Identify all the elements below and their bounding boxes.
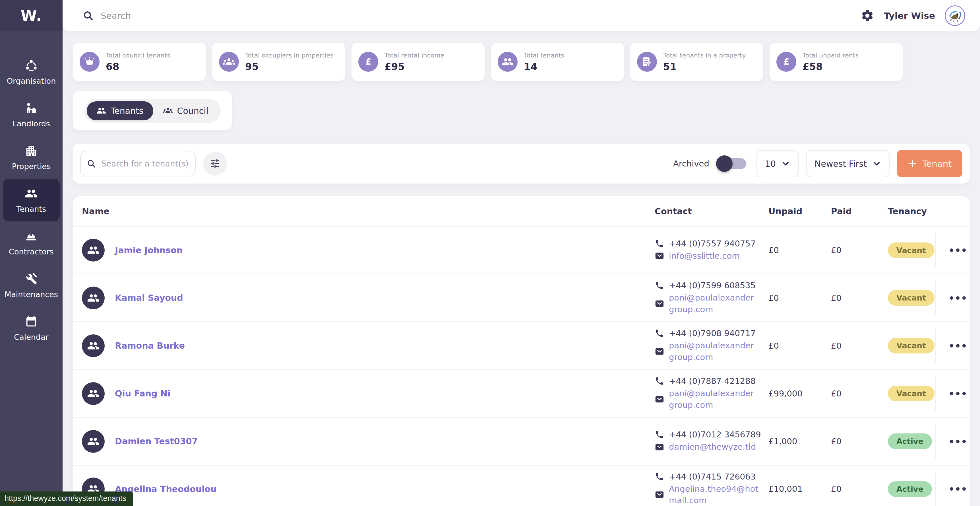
tenant-unpaid: £99,000 <box>768 389 831 398</box>
tenancy-badge: Vacant <box>888 386 934 401</box>
row-menu-button[interactable] <box>947 341 969 350</box>
column-header-unpaid: Unpaid <box>768 206 831 216</box>
filter-icon[interactable] <box>203 152 227 176</box>
tenant-name-link[interactable]: Ramona Burke <box>115 341 185 351</box>
search-icon <box>86 159 96 169</box>
stat-label: Total occupiers in properties <box>245 51 333 60</box>
tenant-email-link[interactable]: pani@paulalexandergroup.com <box>669 340 759 363</box>
tenant-phone: +44 (0)7908 940717 <box>669 329 756 338</box>
tenant-email-link[interactable]: damien@thewyze.tld <box>669 441 756 453</box>
tenant-email-link[interactable]: info@sslittle.com <box>669 250 740 262</box>
sidebar-item-contractors[interactable]: Contractors <box>3 222 60 264</box>
row-divider <box>935 329 935 363</box>
row-divider <box>935 281 935 315</box>
chevron-down-icon <box>872 160 881 168</box>
tenant-avatar-icon <box>82 334 105 357</box>
email-icon <box>655 346 664 356</box>
sidebar-item-landlords[interactable]: Landlords <box>3 93 60 136</box>
people-icon <box>498 52 518 72</box>
main-area: Tyler Wise Total council tenants 68 Tota… <box>62 0 980 506</box>
stat-label: Total unpaid rents <box>803 51 859 60</box>
sidebar-item-properties[interactable]: Properties <box>3 136 60 179</box>
tab-tenants[interactable]: Tenants <box>87 101 153 120</box>
people-group-icon <box>163 106 173 115</box>
sidebar: W. Organisation Landlords Properties Ten… <box>0 0 62 506</box>
tabs-card: Tenants Council <box>73 91 232 130</box>
user-name: Tyler Wise <box>884 11 935 21</box>
sidebar-item-tenants[interactable]: Tenants <box>3 179 60 222</box>
phone-icon <box>655 472 664 482</box>
tenant-email-link[interactable]: Angelina.theo94@hotmail.com <box>669 483 759 506</box>
pound-icon: £ <box>358 52 378 72</box>
column-header-paid: Paid <box>831 206 888 216</box>
tenancy-badge: Vacant <box>888 243 934 258</box>
tenant-avatar-icon <box>82 239 105 262</box>
phone-icon <box>655 376 664 386</box>
row-menu-button[interactable] <box>947 389 969 398</box>
settings-gear-icon[interactable] <box>861 9 874 22</box>
sidebar-item-calendar[interactable]: Calendar <box>3 307 60 350</box>
column-header-name: Name <box>82 206 655 216</box>
tenant-unpaid: £10,001 <box>768 484 831 494</box>
sidebar-item-maintenances[interactable]: Maintenances <box>3 264 60 307</box>
tenant-phone: +44 (0)7012 3456789 <box>669 430 761 439</box>
user-avatar[interactable] <box>945 5 965 26</box>
tenant-name-link[interactable]: Damien Test0307 <box>115 436 198 446</box>
sidebar-item-label: Calendar <box>14 333 48 342</box>
topbar: Tyler Wise <box>62 0 980 31</box>
stat-value: 68 <box>106 61 170 72</box>
sidebar-item-label: Organisation <box>7 77 56 85</box>
sort-select[interactable]: Newest First <box>806 150 889 177</box>
page-size-value: 10 <box>765 159 776 169</box>
stat-card: Total occupiers in properties 95 <box>212 43 345 81</box>
archived-label: Archived <box>673 159 709 169</box>
add-tenant-label: Tenant <box>922 158 951 169</box>
column-header-tenancy: Tenancy <box>888 206 935 216</box>
status-bar-url: https://thewyze.com/system/tenants <box>5 494 126 503</box>
row-menu-button[interactable] <box>947 484 969 493</box>
stat-value: 14 <box>524 61 564 72</box>
row-menu-button[interactable] <box>947 246 969 255</box>
tenant-name-link[interactable]: Qiu Fang Ni <box>115 388 170 398</box>
email-icon <box>655 394 664 404</box>
tenant-paid: £0 <box>831 245 888 255</box>
email-icon <box>655 299 664 308</box>
email-icon <box>655 490 664 500</box>
tenant-unpaid: £1,000 <box>768 437 831 446</box>
sidebar-item-label: Properties <box>12 162 51 171</box>
global-search-input[interactable] <box>101 11 356 21</box>
sidebar-item-label: Tenants <box>16 204 46 214</box>
stat-label: Total rental income <box>385 51 444 60</box>
page-size-select[interactable]: 10 <box>756 150 799 177</box>
sidebar-nav: Organisation Landlords Properties Tenant… <box>0 31 62 350</box>
app-logo-text: W. <box>21 7 42 24</box>
tab-council[interactable]: Council <box>153 101 218 120</box>
pound-icon: £ <box>776 52 796 72</box>
tenants-icon <box>25 187 38 200</box>
row-menu-button[interactable] <box>947 437 969 446</box>
phone-icon <box>655 430 664 439</box>
tenant-phone: +44 (0)7887 421288 <box>669 376 756 386</box>
toggle-knob <box>716 155 733 172</box>
sidebar-item-organisation[interactable]: Organisation <box>3 51 60 93</box>
email-icon <box>655 251 664 261</box>
tenant-name-link[interactable]: Jamie Johnson <box>115 245 183 255</box>
tenant-avatar-icon <box>82 287 105 309</box>
tenant-phone: +44 (0)7415 726063 <box>669 472 756 482</box>
chevron-down-icon <box>781 160 790 168</box>
tenant-search-input[interactable] <box>101 159 189 169</box>
tenancy-badge: Active <box>888 433 932 449</box>
tenant-search <box>80 151 196 176</box>
tenant-email-link[interactable]: pani@paulalexandergroup.com <box>669 388 759 411</box>
tenant-phone: +44 (0)7557 940757 <box>669 239 756 249</box>
tenant-email-link[interactable]: pani@paulalexandergroup.com <box>669 292 759 315</box>
archived-toggle[interactable] <box>718 158 746 169</box>
tenant-name-link[interactable]: Kamal Sayoud <box>115 293 183 303</box>
row-menu-button[interactable] <box>947 294 969 303</box>
table-row: Qiu Fang Ni +44 (0)7887 421288 pani@paul… <box>73 369 970 417</box>
add-tenant-button[interactable]: Tenant <box>897 150 963 177</box>
table-row: Kamal Sayoud +44 (0)7599 608535 pani@pau… <box>73 273 970 321</box>
tenants-table: Name Contact Unpaid Paid Tenancy Jamie J… <box>73 196 970 506</box>
app-logo[interactable]: W. <box>0 0 62 31</box>
maintenances-icon <box>25 272 38 286</box>
